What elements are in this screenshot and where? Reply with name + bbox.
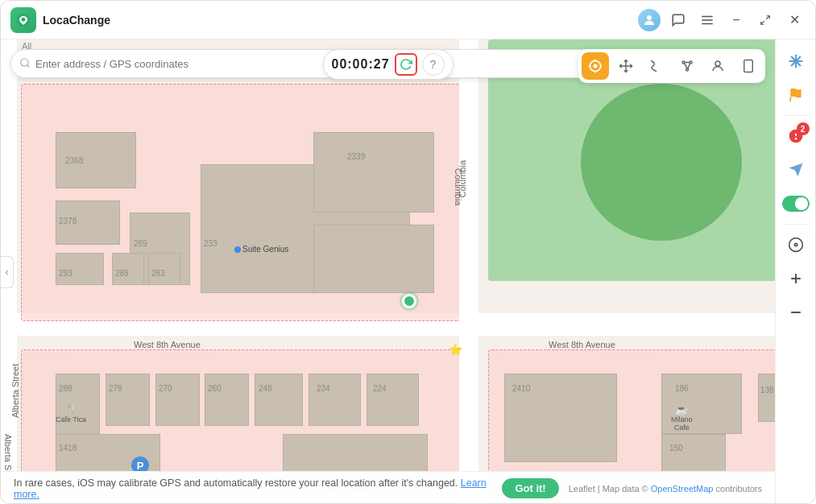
gps-locate-button[interactable] bbox=[582, 52, 609, 80]
main-area: All ‹ bbox=[1, 39, 815, 504]
chat-button[interactable] bbox=[667, 9, 690, 31]
compass-button[interactable] bbox=[781, 229, 811, 260]
osm-link[interactable]: OpenStreetMap bbox=[651, 484, 714, 494]
gps-dot bbox=[402, 294, 416, 308]
num-270: 270 bbox=[159, 384, 172, 393]
minimize-button[interactable]: − bbox=[725, 9, 748, 31]
asterisk-button[interactable] bbox=[781, 46, 811, 76]
close-button[interactable]: ✕ bbox=[783, 9, 806, 31]
toolbar-divider-1 bbox=[783, 115, 809, 116]
building-2339b bbox=[313, 225, 434, 293]
num-248: 248 bbox=[259, 384, 272, 393]
timer-bar: 00:00:27 ? bbox=[322, 49, 453, 80]
building-138 bbox=[758, 374, 775, 422]
num-2378: 2378 bbox=[59, 217, 77, 225]
num-260: 260 bbox=[208, 384, 222, 393]
svg-line-23 bbox=[684, 63, 688, 69]
svg-point-8 bbox=[21, 58, 28, 65]
svg-point-2 bbox=[647, 15, 652, 20]
send-button[interactable] bbox=[781, 155, 811, 185]
notification-text: In rare cases, iOS may calibrate GPS and… bbox=[14, 477, 492, 500]
notification-bar: In rare cases, iOS may calibrate GPS and… bbox=[1, 471, 775, 504]
building-248 bbox=[255, 374, 303, 426]
svg-line-7 bbox=[761, 21, 764, 24]
device-button[interactable] bbox=[735, 52, 762, 80]
svg-point-15 bbox=[594, 64, 598, 68]
street-columbia bbox=[459, 39, 478, 504]
multi-route-button[interactable] bbox=[673, 52, 701, 80]
park-inner bbox=[581, 84, 742, 241]
num-288: 288 bbox=[59, 384, 72, 393]
app-logo bbox=[10, 7, 36, 33]
poi-suite-genius: Suite Genius bbox=[234, 245, 288, 254]
right-toolbar: 2 bbox=[775, 39, 815, 504]
star-marker: ⭐ bbox=[449, 343, 462, 356]
toolbar-divider-2 bbox=[783, 224, 809, 225]
got-it-button[interactable]: Got it! bbox=[502, 478, 558, 498]
poi-milano-cafe: ☕ Milano Cafe bbox=[671, 403, 693, 432]
map-top-toolbar bbox=[578, 49, 765, 83]
num-224: 224 bbox=[373, 384, 387, 393]
flag-button[interactable] bbox=[781, 80, 811, 110]
search-icon bbox=[19, 57, 31, 71]
num-289: 289 bbox=[115, 269, 129, 278]
timer-display: 00:00:27 bbox=[331, 57, 389, 72]
num-138: 138 bbox=[760, 386, 774, 395]
building-224 bbox=[367, 374, 419, 426]
titlebar: LocaChange − ✕ bbox=[1, 1, 815, 39]
svg-point-35 bbox=[794, 138, 797, 140]
zoom-out-button[interactable] bbox=[781, 297, 811, 328]
svg-point-36 bbox=[789, 238, 802, 252]
num-293: 293 bbox=[59, 269, 72, 278]
alert-button[interactable]: 2 bbox=[781, 121, 811, 151]
maximize-button[interactable] bbox=[754, 9, 777, 31]
map-background: West 8th Avenue West 8th Avenue Columbia… bbox=[1, 39, 775, 504]
app-title: LocaChange bbox=[43, 14, 638, 27]
alert-badge: 2 bbox=[797, 122, 810, 135]
timer-help-button[interactable]: ? bbox=[422, 53, 445, 76]
toggle-switch[interactable] bbox=[781, 188, 811, 219]
label-west8th-left: West 8th Avenue bbox=[134, 340, 201, 349]
osm-suffix: contributors bbox=[716, 484, 762, 494]
num-278: 278 bbox=[109, 384, 122, 393]
num-2339: 2339 bbox=[347, 152, 365, 161]
building-278 bbox=[106, 374, 150, 426]
map-area[interactable]: All ‹ bbox=[1, 39, 775, 504]
window-controls: − ✕ bbox=[638, 9, 806, 31]
user-button[interactable] bbox=[704, 52, 731, 80]
building-234 bbox=[309, 374, 361, 426]
svg-point-25 bbox=[715, 61, 720, 66]
poi-cafe-tica: 🍴 Cafe Tica bbox=[56, 403, 86, 423]
menu-button[interactable] bbox=[696, 9, 719, 31]
leaflet-credit: Leaflet | Map data © bbox=[569, 484, 648, 494]
num-2410: 2410 bbox=[512, 384, 530, 393]
svg-point-37 bbox=[794, 243, 797, 246]
num-234: 234 bbox=[317, 384, 330, 393]
building-270 bbox=[155, 374, 200, 426]
num-186: 186 bbox=[675, 384, 689, 393]
building-260 bbox=[205, 374, 249, 426]
num-150: 150 bbox=[669, 444, 683, 452]
map-credit: Leaflet | Map data © OpenStreetMap contr… bbox=[569, 484, 762, 494]
svg-line-6 bbox=[766, 15, 769, 19]
building-150 bbox=[661, 434, 726, 474]
num-269: 269 bbox=[134, 239, 147, 248]
user-avatar[interactable] bbox=[638, 9, 661, 31]
zoom-in-button[interactable] bbox=[781, 263, 811, 294]
columbia-label: Columbia bbox=[458, 160, 467, 197]
num-2368: 2368 bbox=[65, 156, 83, 165]
svg-line-9 bbox=[27, 64, 30, 67]
building-2339 bbox=[313, 132, 434, 213]
move-button[interactable] bbox=[612, 52, 640, 80]
svg-line-24 bbox=[688, 63, 690, 69]
num-283: 283 bbox=[151, 269, 165, 278]
label-west8th-right: West 8th Avenue bbox=[549, 340, 615, 349]
route-button[interactable] bbox=[643, 52, 670, 80]
notif-main-text: In rare cases, iOS may calibrate GPS and… bbox=[14, 477, 458, 489]
num-233: 233 bbox=[204, 239, 217, 248]
num-1418: 1418 bbox=[59, 444, 77, 452]
timer-refresh-button[interactable] bbox=[395, 53, 417, 76]
svg-rect-26 bbox=[744, 60, 753, 72]
svg-point-1 bbox=[22, 17, 26, 21]
sidebar-toggle[interactable]: ‹ bbox=[1, 256, 14, 288]
